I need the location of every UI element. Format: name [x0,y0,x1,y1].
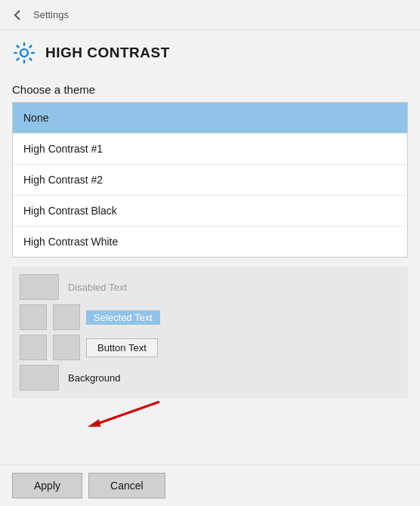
preview-swatch-selected-2[interactable] [53,304,80,330]
theme-item-hcwhite[interactable]: High Contrast White [13,227,407,257]
gear-icon [12,41,36,65]
preview-swatch-selected-1[interactable] [20,304,47,330]
preview-swatch-disabled[interactable] [20,274,59,300]
preview-label-disabled: Disabled Text [68,282,127,293]
preview-button-text[interactable]: Button Text [86,338,158,357]
cancel-button[interactable]: Cancel [88,473,165,498]
theme-item-none[interactable]: None [13,103,407,134]
svg-point-0 [20,49,28,57]
preview-row-background: Background [20,365,400,390]
title-bar-label: Settings [33,9,69,20]
theme-item-hc1[interactable]: High Contrast #1 [13,134,407,165]
section-label: Choose a theme [0,73,420,102]
preview-label-selected: Selected Text [86,310,160,325]
preview-label-background: Background [68,372,120,384]
apply-button[interactable]: Apply [12,473,82,498]
preview-row-disabled: Disabled Text [20,274,400,300]
bottom-buttons: Apply Cancel [0,464,420,506]
theme-list: None High Contrast #1 High Contrast #2 H… [12,102,408,258]
title-bar: Settings [0,0,420,30]
preview-area: Disabled Text Selected Text Button Text … [12,267,408,398]
red-arrow-icon [73,398,163,427]
page-title: HIGH CONTRAST [45,45,170,61]
svg-marker-2 [88,419,101,427]
preview-row-button: Button Text [20,335,400,360]
preview-swatch-button-2[interactable] [53,335,80,360]
preview-swatch-background[interactable] [20,365,59,390]
back-button[interactable] [9,6,27,24]
theme-item-hcblack[interactable]: High Contrast Black [13,196,407,227]
preview-swatch-button-1[interactable] [20,335,47,360]
theme-item-hc2[interactable]: High Contrast #2 [13,165,407,196]
svg-line-1 [95,402,159,424]
arrow-annotation [12,398,408,428]
preview-row-selected: Selected Text [20,304,400,330]
page-header: HIGH CONTRAST [0,30,420,73]
